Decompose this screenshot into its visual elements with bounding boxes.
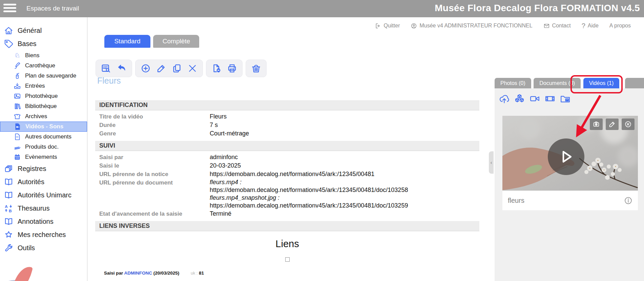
info-icon[interactable]	[624, 196, 632, 205]
panel-collapse-handle[interactable]: ‹	[489, 151, 494, 174]
cubes-icon[interactable]	[514, 93, 525, 104]
media-toolbar	[499, 93, 570, 104]
decalog-logo	[10, 265, 44, 281]
basket-icon[interactable]	[251, 63, 261, 73]
sidebar-item-bases[interactable]: Bases	[0, 37, 87, 50]
sidebar-item-autorites[interactable]: Autorités	[0, 175, 87, 189]
copy-icon[interactable]	[172, 63, 182, 73]
photo-icon	[14, 92, 21, 100]
document-file-name: fleurs.mp4 :	[210, 178, 408, 186]
record-url-link[interactable]: https://demobam.decalog.net/formationv45…	[210, 170, 374, 178]
upload-cloud-icon[interactable]	[499, 93, 510, 104]
video-thumbnail[interactable]	[502, 116, 638, 191]
sidebar-item-general[interactable]: Général	[0, 24, 87, 37]
open-book-icon	[4, 191, 13, 200]
sidebar-item-phototheque[interactable]: Photothèque	[0, 91, 87, 101]
sidebar-item-mes-recherches[interactable]: Mes recherches	[0, 228, 87, 241]
liens-checkbox[interactable]	[285, 257, 290, 262]
toolbar-group-basket	[246, 60, 267, 77]
open-book-icon	[4, 177, 13, 187]
snapshot-button[interactable]	[590, 118, 603, 130]
list-search-icon[interactable]	[101, 63, 111, 73]
help-icon: ?	[582, 22, 585, 30]
user-menu[interactable]: Musée v4 ADMINISTRATEUR FONCTIONNEL	[411, 23, 532, 29]
delete-icon[interactable]	[187, 63, 198, 73]
film-strip-icon[interactable]	[545, 93, 555, 104]
workspace-label[interactable]: Espaces de travail	[26, 5, 79, 12]
svg-text:♘: ♘	[14, 52, 20, 59]
user-label: Musée v4 ADMINISTRATEUR FONCTIONNEL	[419, 23, 532, 29]
sidebar-item-archives[interactable]: Archives	[0, 111, 87, 122]
print-document-icon[interactable]	[211, 63, 222, 73]
quitter-label: Quitter	[383, 23, 400, 29]
identification-rows: Titre de la vidéo Fleurs Durée 7 s Genre…	[95, 110, 479, 141]
thumbnail-buttons	[590, 118, 635, 130]
sidebar-item-bibliotheque[interactable]: Bibliothèque	[0, 101, 87, 111]
menu-icon[interactable]	[3, 4, 16, 14]
archive-box-icon	[14, 113, 21, 120]
remove-media-button[interactable]	[622, 118, 635, 130]
sidebar-item-entrees[interactable]: Entrées	[0, 81, 87, 91]
circle-x-icon	[624, 121, 632, 128]
edit-icon[interactable]	[156, 63, 166, 73]
liens-heading: Liens	[95, 238, 479, 250]
camera-icon	[593, 121, 600, 128]
tab-complete[interactable]: Complète	[153, 35, 199, 48]
field-row: Saisi par adminfonc	[95, 153, 479, 161]
sidebar-item-videos-sons[interactable]: Vidéos - Sons	[0, 122, 87, 132]
sidebar-item-carotheque[interactable]: Carothèque	[0, 61, 87, 71]
sidebar-item-outils[interactable]: Outils	[0, 241, 87, 255]
sidebar-item-produits-doc[interactable]: Produits doc.	[0, 142, 87, 152]
sidebar-item-annotations[interactable]: Annotations	[0, 215, 87, 228]
field-row: URL pérenne du document fleurs.mp4 : htt…	[95, 178, 479, 210]
tab-standard[interactable]: Standard	[104, 35, 150, 48]
sidebar-item-autorites-unimarc[interactable]: Autorités Unimarc	[0, 189, 87, 202]
play-button[interactable]	[548, 138, 584, 175]
section-header-identification: IDENTIFICATION	[95, 100, 479, 110]
subheader: Quitter Musée v4 ADMINISTRATEUR FONCTION…	[88, 17, 644, 34]
saisi-par-user-link[interactable]: ADMINFONC	[124, 271, 152, 276]
sidebar-item-autres-documents[interactable]: Autres documents	[0, 132, 87, 142]
uk-value: 81	[199, 271, 204, 276]
aide-button[interactable]: ? Aide	[582, 22, 599, 30]
uk-counter: uk : 81	[191, 271, 204, 276]
folder-image-icon[interactable]	[560, 93, 570, 104]
video-camera-icon[interactable]	[529, 93, 540, 104]
field-label: Etat d'avancement de la saisie	[95, 210, 210, 218]
add-icon[interactable]	[141, 63, 151, 73]
mail-icon	[543, 23, 550, 29]
printer-icon[interactable]	[227, 63, 237, 73]
sidebar-item-biens[interactable]: ♘ Biens	[0, 50, 87, 61]
undo-icon[interactable]	[117, 63, 127, 73]
toolbar-group-navigation	[96, 60, 132, 77]
app-title: Musée Flora Decalog Flora FORMATION v4.5	[435, 3, 640, 14]
field-label: URL pérenne de la notice	[95, 170, 210, 178]
record-table: IDENTIFICATION Titre de la vidéo Fleurs …	[95, 100, 479, 231]
sidebar-item-thesaurus[interactable]: AB Thesaurus	[0, 202, 87, 215]
view-tabs: Standard Complète	[104, 35, 201, 48]
document-url-link[interactable]: https://demobam.decalog.net/formationv45…	[210, 186, 408, 194]
calendar-icon	[14, 153, 21, 161]
quitter-button[interactable]: Quitter	[375, 23, 400, 29]
media-tab-strip-filler	[625, 78, 644, 88]
document-url-link[interactable]: https://demobam.decalog.net/formationv45…	[210, 202, 408, 210]
sidebar-item-registres[interactable]: Registres	[0, 162, 87, 175]
edit-media-button[interactable]	[606, 118, 619, 130]
apropos-button[interactable]: A propos	[609, 23, 631, 29]
field-label: Durée	[95, 121, 210, 129]
uk-label: uk :	[191, 271, 198, 276]
sidebar-item-plan-de-sauvegarde[interactable]: Plan de sauvegarde	[0, 71, 87, 81]
field-row: Titre de la vidéo Fleurs	[95, 112, 479, 121]
video-card: fleurs	[502, 116, 638, 210]
tab-photos[interactable]: Photos (0)	[495, 78, 531, 88]
sidebar-item-evenements[interactable]: Evènements	[0, 152, 87, 162]
contact-button[interactable]: Contact	[543, 23, 571, 29]
suivi-rows: Saisi par adminfonc Saisi le 20-03-2025 …	[95, 151, 479, 221]
field-label: URL pérenne du document	[95, 178, 210, 210]
tab-videos[interactable]: Vidéos (1)	[583, 78, 620, 88]
field-value: 20-03-2025	[210, 161, 241, 170]
aide-label: Aide	[588, 23, 599, 29]
field-value: Terminé	[210, 210, 231, 218]
video-file-icon	[14, 123, 21, 130]
tab-documents[interactable]: Documents (0)	[534, 78, 581, 88]
